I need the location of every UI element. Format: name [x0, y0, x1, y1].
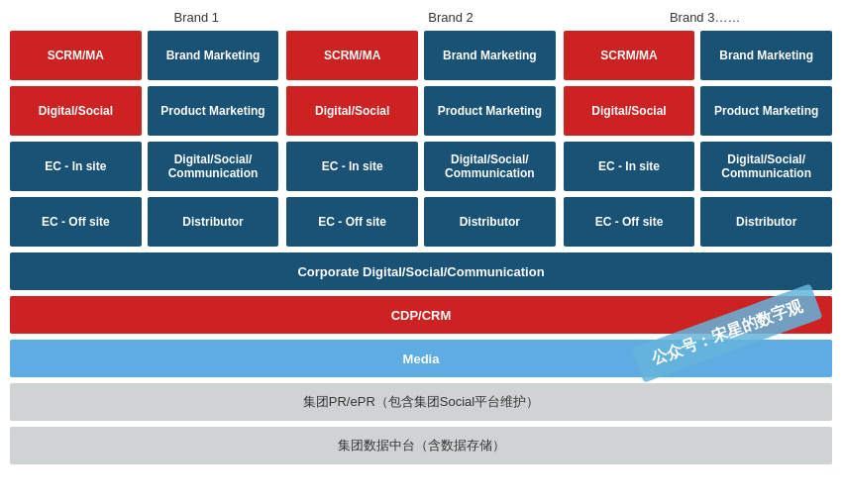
brand3-digital-social: Digital/Social — [564, 86, 695, 136]
brand-3-row-1: SCRM/MA Brand Marketing — [564, 31, 832, 80]
brand1-brand-marketing: Brand Marketing — [148, 31, 279, 80]
brand3-product-marketing: Product Marketing — [700, 86, 832, 136]
brand-1-column: SCRM/MA Brand Marketing Digital/Social P… — [10, 31, 278, 247]
brand-1-row-3: EC - In site Digital/Social/Communicatio… — [10, 142, 278, 191]
brand3-scrm-ma: SCRM/MA — [564, 31, 695, 80]
brand-3-row-2: Digital/Social Product Marketing — [564, 86, 832, 136]
brand2-ec-insite: EC - In site — [286, 142, 418, 191]
brand2-ec-offsite: EC - Off site — [286, 197, 418, 247]
brand1-ec-offsite: EC - Off site — [10, 197, 142, 247]
brand-2-label: Brand 2 — [324, 10, 579, 25]
brand-2-row-1: SCRM/MA Brand Marketing — [286, 31, 555, 80]
brand-3-row-4: EC - Off site Distributor — [564, 197, 832, 247]
brand-1-row-4: EC - Off site Distributor — [10, 197, 278, 247]
brand2-digital-social: Digital/Social — [286, 86, 418, 136]
brand2-brand-marketing: Brand Marketing — [424, 31, 556, 80]
brand-1-row-1: SCRM/MA Brand Marketing — [10, 31, 278, 80]
brand-2-row-2: Digital/Social Product Marketing — [286, 86, 555, 136]
brand-3-row-3: EC - In site Digital/Social/Communicatio… — [564, 142, 832, 191]
brand2-product-marketing: Product Marketing — [424, 86, 556, 136]
brand3-ec-offsite: EC - Off site — [564, 197, 695, 247]
brand-3-label: Brand 3…… — [578, 10, 832, 25]
brand-1-label: Brand 1 — [69, 10, 324, 25]
brand-2-row-3: EC - In site Digital/Social/Communicatio… — [286, 142, 555, 191]
brand3-distributor: Distributor — [700, 197, 832, 247]
data-platform-row: 集团数据中台（含数据存储） — [10, 427, 832, 464]
brand1-product-marketing: Product Marketing — [148, 86, 279, 136]
brand-1-row-2: Digital/Social Product Marketing — [10, 86, 278, 136]
brand1-distributor: Distributor — [148, 197, 279, 247]
brand1-scrm-ma: SCRM/MA — [10, 31, 142, 80]
brand2-scrm-ma: SCRM/MA — [286, 31, 418, 80]
brands-header: Brand 1 Brand 2 Brand 3…… — [10, 10, 832, 25]
brand1-digital-social-comm: Digital/Social/Communication — [148, 142, 279, 191]
brand2-digital-social-comm: Digital/Social/Communication — [424, 142, 556, 191]
brand1-digital-social: Digital/Social — [10, 86, 142, 136]
pr-epr-row: 集团PR/ePR（包含集团Social平台维护） — [10, 383, 832, 421]
brand3-digital-social-comm: Digital/Social/Communication — [700, 142, 832, 191]
brand1-ec-insite: EC - In site — [10, 142, 142, 191]
main-container: Brand 1 Brand 2 Brand 3…… SCRM/MA Brand … — [0, 0, 842, 480]
brand-2-column: SCRM/MA Brand Marketing Digital/Social P… — [286, 31, 555, 247]
brand3-ec-insite: EC - In site — [564, 142, 695, 191]
brand-grid: SCRM/MA Brand Marketing Digital/Social P… — [10, 31, 832, 247]
brand2-distributor: Distributor — [424, 197, 556, 247]
corporate-digital-row: Corporate Digital/Social/Communication — [10, 252, 832, 290]
brand-3-column: SCRM/MA Brand Marketing Digital/Social P… — [564, 31, 832, 247]
brand-2-row-4: EC - Off site Distributor — [286, 197, 555, 247]
brand3-brand-marketing: Brand Marketing — [700, 31, 832, 80]
